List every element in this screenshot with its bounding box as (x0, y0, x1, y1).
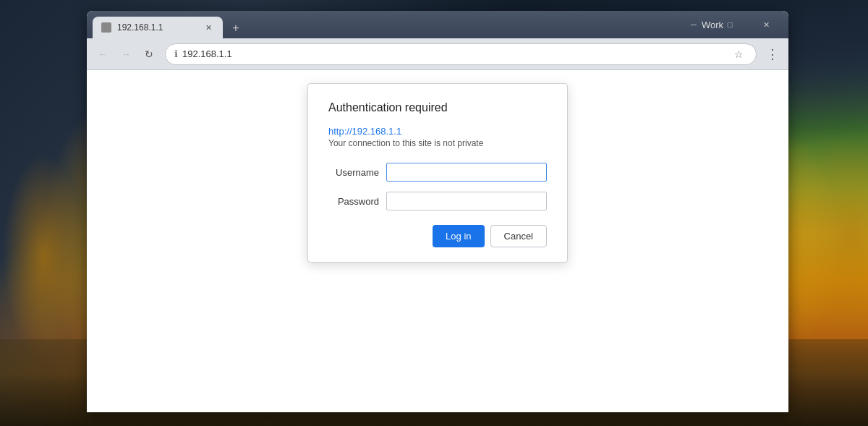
browser-toolbar: ← → ↻ ℹ 192.168.1.1 ☆ (87, 38, 788, 70)
close-button[interactable]: ✕ (749, 11, 783, 38)
username-row: Username (328, 163, 547, 182)
dots-icon (766, 46, 779, 62)
chrome-menu-button[interactable] (762, 44, 783, 64)
username-label: Username (328, 167, 386, 178)
info-icon: ℹ (174, 48, 178, 59)
window-controls: ─ □ ✕ (677, 11, 783, 38)
window-title: Work (702, 20, 723, 30)
password-input[interactable] (386, 192, 547, 210)
browser-window: 192.168.1.1 ✕ + Work ─ □ ✕ ← → ↻ (87, 11, 788, 412)
password-label: Password (328, 196, 386, 207)
url-display: 192.168.1.1 (182, 48, 726, 59)
dialog-buttons: Log in Cancel (328, 225, 547, 247)
title-bar: 192.168.1.1 ✕ + Work ─ □ ✕ (87, 11, 788, 38)
refresh-button[interactable]: ↻ (139, 44, 159, 64)
tab-title: 192.168.1.1 (117, 22, 197, 33)
bookmark-button[interactable]: ☆ (730, 46, 747, 63)
tab-close-button[interactable]: ✕ (203, 22, 214, 33)
active-tab[interactable]: 192.168.1.1 ✕ (93, 17, 223, 38)
page-content: Authentication required http://192.168.1… (87, 70, 788, 412)
dialog-warning: Your connection to this site is not priv… (328, 138, 547, 148)
tab-strip: 192.168.1.1 ✕ + (93, 11, 677, 38)
cancel-button[interactable]: Cancel (490, 225, 547, 247)
password-row: Password (328, 192, 547, 210)
dialog-title: Authentication required (328, 101, 547, 114)
back-button[interactable]: ← (93, 44, 113, 64)
login-button[interactable]: Log in (433, 225, 484, 247)
username-input[interactable] (386, 163, 547, 182)
tab-favicon (101, 22, 111, 33)
new-tab-button[interactable]: + (226, 18, 246, 38)
dialog-url: http://192.168.1.1 (328, 126, 547, 137)
forward-button[interactable]: → (116, 44, 136, 64)
auth-dialog: Authentication required http://192.168.1… (307, 83, 568, 263)
address-bar[interactable]: ℹ 192.168.1.1 ☆ (165, 43, 757, 65)
